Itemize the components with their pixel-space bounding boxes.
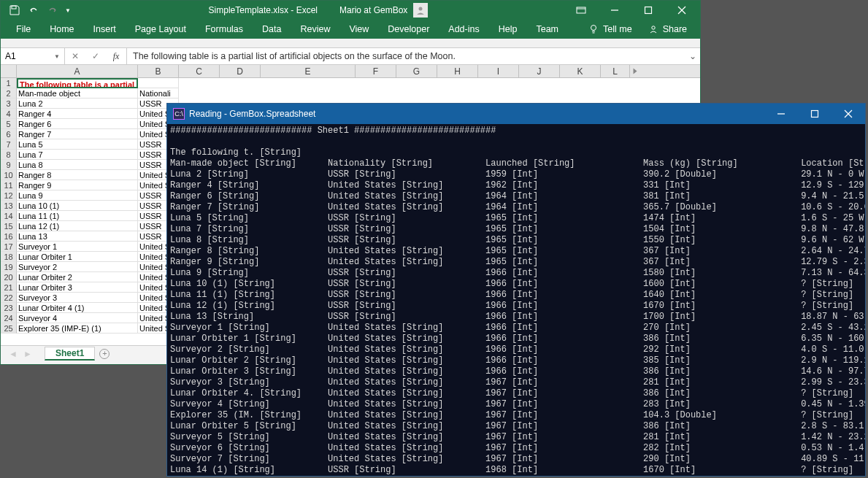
row-header[interactable]: 12 — [1, 190, 17, 201]
save-icon[interactable] — [7, 2, 23, 18]
cell[interactable]: Nationali — [138, 88, 179, 99]
tab-developer[interactable]: Developer — [378, 20, 439, 39]
col-header-j[interactable]: J — [519, 65, 560, 77]
tab-file[interactable]: File — [7, 20, 40, 39]
col-header-i[interactable]: I — [478, 65, 519, 77]
row-header[interactable]: 3 — [1, 99, 17, 109]
share-button[interactable]: Share — [641, 20, 694, 39]
row-header[interactable]: 25 — [1, 323, 17, 334]
cell[interactable]: Ranger 4 — [17, 109, 138, 119]
fx-icon[interactable]: fx — [106, 51, 126, 62]
cancel-formula-icon[interactable]: ✕ — [65, 51, 85, 61]
cell[interactable]: Luna 11 (1) — [17, 211, 138, 221]
cell[interactable]: Luna 7 — [17, 150, 138, 160]
row-header[interactable]: 7 — [1, 139, 17, 150]
row-header[interactable]: 8 — [1, 150, 17, 160]
cell[interactable]: Luna 10 (1) — [17, 201, 138, 211]
cell[interactable]: Explorer 35 (IMP-E) (1) — [17, 323, 138, 334]
cell[interactable]: Surveyor 2 — [17, 262, 138, 272]
row-header[interactable]: 15 — [1, 221, 17, 231]
col-header-c[interactable]: C — [179, 65, 220, 77]
row-header[interactable]: 19 — [1, 262, 17, 272]
ribbon-display-icon[interactable] — [564, 1, 598, 20]
col-header-l[interactable]: L — [601, 65, 630, 77]
cell-a1[interactable]: The following table is a partial list of… — [17, 78, 138, 88]
cell[interactable]: Lunar Orbiter 1 — [17, 252, 138, 262]
row-header[interactable]: 14 — [1, 211, 17, 221]
grid-row[interactable]: 2Man-made objectNationali — [1, 88, 700, 99]
formula-input[interactable]: The following table is a partial list of… — [127, 48, 685, 64]
select-all-corner[interactable] — [1, 65, 17, 77]
tab-data[interactable]: Data — [253, 20, 291, 39]
row-header[interactable]: 13 — [1, 201, 17, 211]
row-header[interactable]: 1 — [1, 78, 17, 88]
col-scroll-right[interactable] — [630, 65, 640, 77]
row-header[interactable]: 21 — [1, 282, 17, 293]
col-header-h[interactable]: H — [437, 65, 478, 77]
close-icon[interactable] — [665, 1, 699, 20]
grid-row-1[interactable]: 1 The following table is a partial list … — [1, 78, 700, 88]
name-box-dropdown-icon[interactable]: ▼ — [54, 53, 60, 60]
cell[interactable]: Ranger 7 — [17, 129, 138, 139]
redo-icon[interactable] — [45, 2, 61, 18]
qat-customize-icon[interactable]: ▼ — [64, 2, 72, 18]
row-header[interactable]: 24 — [1, 313, 17, 323]
cell[interactable]: Lunar Orbiter 2 — [17, 272, 138, 282]
col-header-d[interactable]: D — [220, 65, 261, 77]
col-header-f[interactable]: F — [356, 65, 396, 77]
console-close-icon[interactable] — [831, 104, 865, 124]
sheet-nav-prev-icon[interactable]: ◄ — [7, 349, 20, 359]
maximize-icon[interactable] — [631, 1, 665, 20]
col-header-g[interactable]: G — [396, 65, 437, 77]
cell[interactable]: Luna 9 — [17, 190, 138, 201]
row-header[interactable]: 2 — [1, 88, 17, 99]
tab-view[interactable]: View — [339, 20, 378, 39]
cell[interactable]: Ranger 6 — [17, 119, 138, 129]
tellme-button[interactable]: Tell me — [581, 20, 640, 39]
row-header[interactable]: 9 — [1, 160, 17, 170]
console-output[interactable]: ########################### Sheet1 #####… — [167, 124, 865, 476]
cell[interactable]: Luna 13 — [17, 231, 138, 242]
row-header[interactable]: 5 — [1, 119, 17, 129]
cell[interactable]: Ranger 9 — [17, 180, 138, 190]
row-header[interactable]: 17 — [1, 242, 17, 252]
tab-formulas[interactable]: Formulas — [196, 20, 253, 39]
col-header-e[interactable]: E — [261, 65, 356, 77]
col-header-b[interactable]: B — [138, 65, 179, 77]
tab-home[interactable]: Home — [40, 20, 83, 39]
row-header[interactable]: 11 — [1, 180, 17, 190]
cell[interactable]: Luna 8 — [17, 160, 138, 170]
sheet-tab-sheet1[interactable]: Sheet1 — [45, 347, 95, 361]
tab-pagelayout[interactable]: Page Layout — [126, 20, 196, 39]
cell[interactable]: Man-made object — [17, 88, 138, 99]
formula-expand-icon[interactable]: ⌄ — [685, 51, 700, 61]
name-box[interactable]: A1 ▼ — [1, 48, 65, 64]
undo-icon[interactable] — [26, 2, 42, 18]
tab-insert[interactable]: Insert — [84, 20, 126, 39]
row-header[interactable]: 23 — [1, 303, 17, 313]
console-minimize-icon[interactable] — [764, 104, 798, 124]
row-header[interactable]: 6 — [1, 129, 17, 139]
row-header[interactable]: 10 — [1, 170, 17, 180]
row-header[interactable]: 18 — [1, 252, 17, 262]
enter-formula-icon[interactable]: ✓ — [85, 51, 106, 61]
cell[interactable]: Ranger 8 — [17, 170, 138, 180]
cell[interactable] — [138, 78, 179, 88]
tab-review[interactable]: Review — [291, 20, 339, 39]
tab-addins[interactable]: Add-ins — [439, 20, 488, 39]
sheet-nav-next-icon[interactable]: ► — [21, 349, 34, 359]
tab-help[interactable]: Help — [489, 20, 527, 39]
cell[interactable]: Lunar Orbiter 4 (1) — [17, 303, 138, 313]
col-header-a[interactable]: A — [17, 65, 138, 77]
cell[interactable]: Surveyor 4 — [17, 313, 138, 323]
row-header[interactable]: 4 — [1, 109, 17, 119]
cell[interactable]: Lunar Orbiter 3 — [17, 282, 138, 293]
user-avatar-icon[interactable] — [413, 3, 428, 18]
cell[interactable]: Surveyor 3 — [17, 293, 138, 303]
minimize-icon[interactable] — [598, 1, 631, 20]
row-header[interactable]: 20 — [1, 272, 17, 282]
row-header[interactable]: 16 — [1, 231, 17, 242]
tab-team[interactable]: Team — [526, 20, 568, 39]
col-header-k[interactable]: K — [560, 65, 601, 77]
console-maximize-icon[interactable] — [798, 104, 831, 124]
